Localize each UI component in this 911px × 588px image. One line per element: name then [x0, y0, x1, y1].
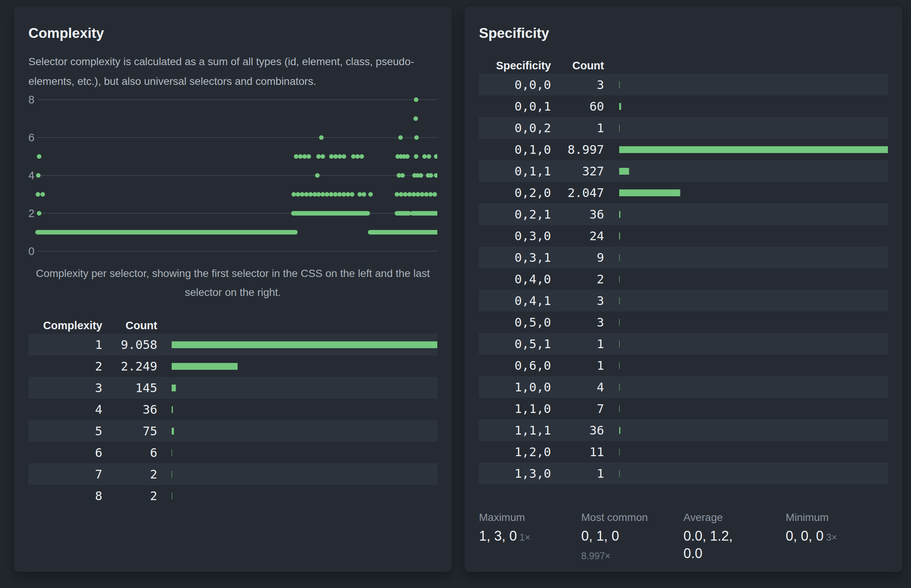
complexity-value: 1 — [28, 338, 102, 352]
scatter-point — [342, 154, 346, 159]
scatter-point — [434, 154, 437, 159]
count-bar-track — [604, 362, 888, 369]
table-row: 0,0,03 — [479, 74, 888, 95]
count-bar-track — [604, 168, 888, 174]
stat-label: Maximum — [479, 511, 581, 524]
scatter-point — [360, 154, 364, 159]
specificity-column-header: Specificity — [479, 60, 551, 72]
complexity-value: 6 — [28, 446, 102, 460]
scatter-point — [315, 173, 320, 178]
count-bar-track — [157, 341, 437, 348]
stat-minimum: Minimum0, 0, 0 3× — [785, 511, 888, 564]
scatter-point — [291, 192, 296, 197]
count-bar-track — [604, 211, 888, 218]
count-bar-track — [604, 297, 888, 304]
y-axis-tick-label: 2 — [28, 207, 34, 220]
scatter-point — [434, 173, 437, 178]
table-row: 0,0,21 — [479, 117, 888, 139]
count-value: 11 — [551, 445, 604, 459]
scatter-point — [333, 192, 338, 197]
scatter-point — [300, 192, 304, 197]
count-bar-track — [604, 405, 888, 412]
count-value: 2.249 — [102, 359, 157, 373]
count-bar — [619, 103, 621, 110]
scatter-point — [357, 192, 362, 197]
table-row: 0,5,11 — [479, 333, 888, 355]
y-axis-tick-label: 8 — [28, 96, 34, 106]
table-row: 1,2,011 — [479, 441, 888, 463]
scatter-point — [321, 192, 325, 197]
scatter-point — [399, 192, 404, 197]
specificity-value: 0,0,0 — [479, 78, 551, 92]
count-value: 75 — [102, 424, 157, 438]
stat-multiplier: 8.997× — [581, 551, 611, 561]
scatter-point — [304, 192, 309, 197]
count-value: 3 — [551, 315, 604, 330]
complexity-value: 3 — [28, 381, 102, 395]
count-column-header: Count — [102, 319, 157, 332]
complexity-table: Complexity Count 19.05822.24931454365756… — [28, 317, 437, 507]
scatter-point — [317, 154, 321, 159]
count-bar — [619, 233, 620, 239]
scatter-point — [329, 154, 333, 159]
scatter-point — [419, 173, 423, 178]
count-bar — [172, 428, 174, 435]
scatter-point — [429, 173, 433, 178]
y-axis-tick-label: 6 — [28, 131, 34, 144]
table-row: 0,6,01 — [479, 355, 888, 376]
stat-most-common: Most common0, 1, 0 8.997× — [581, 511, 683, 564]
scatter-point — [362, 192, 366, 197]
specificity-value: 0,0,2 — [479, 121, 551, 135]
specificity-value: 0,2,0 — [479, 186, 551, 200]
specificity-value: 1,0,0 — [479, 380, 551, 394]
scatter-point — [296, 192, 300, 197]
count-column-header: Count — [551, 60, 604, 72]
specificity-value: 0,5,1 — [479, 337, 551, 351]
scatter-point — [414, 135, 419, 140]
count-bar-track — [604, 319, 888, 326]
specificity-value: 0,4,1 — [479, 294, 551, 308]
specificity-value: 0,4,0 — [479, 272, 551, 286]
table-row: 0,3,024 — [479, 225, 888, 247]
table-row: 0,5,03 — [479, 312, 888, 333]
count-bar — [172, 406, 173, 413]
count-bar-track — [157, 428, 437, 435]
complexity-value: 8 — [28, 489, 102, 503]
scatter-point — [36, 192, 40, 197]
count-bar-track — [604, 254, 888, 261]
count-bar — [619, 189, 680, 196]
scatter-point — [405, 154, 410, 159]
count-bar-track — [604, 276, 888, 283]
css-analyzer-dashboard: Complexity Selector complexity is calcul… — [0, 0, 911, 588]
stat-value: 0, 1, 0 8.997× — [581, 527, 649, 564]
count-bar-track — [157, 449, 437, 456]
count-value: 1 — [551, 121, 604, 135]
table-row: 3145 — [28, 377, 437, 399]
table-row: 1,0,04 — [479, 376, 888, 398]
count-bar-track — [604, 124, 888, 131]
table-row: 575 — [28, 420, 437, 442]
specificity-value: 1,1,0 — [479, 402, 551, 416]
scatter-point — [414, 97, 418, 102]
scatter-point — [346, 192, 350, 197]
stat-value-text: 0.0, 1.2, 0.0 — [683, 528, 733, 561]
count-bar — [172, 384, 176, 391]
specificity-value: 0,2,1 — [479, 207, 551, 221]
count-bar-track — [604, 449, 888, 456]
scatter-point — [321, 154, 325, 159]
scatter-point — [298, 154, 303, 159]
scatter-point — [424, 192, 429, 197]
complexity-column-header: Complexity — [28, 319, 102, 332]
table-row: 1,3,01 — [479, 463, 888, 484]
specificity-value: 0,3,1 — [479, 250, 551, 265]
count-bar-track — [604, 233, 888, 239]
stat-multiplier: 1× — [517, 532, 530, 543]
count-value: 9.058 — [102, 338, 157, 352]
scatter-point — [333, 154, 338, 159]
scatter-point — [403, 192, 408, 197]
scatter-point — [427, 154, 431, 159]
count-value: 1 — [551, 337, 604, 351]
count-bar-track — [604, 81, 888, 88]
stat-value: 0, 0, 0 3× — [785, 527, 854, 546]
count-bar — [619, 211, 620, 218]
